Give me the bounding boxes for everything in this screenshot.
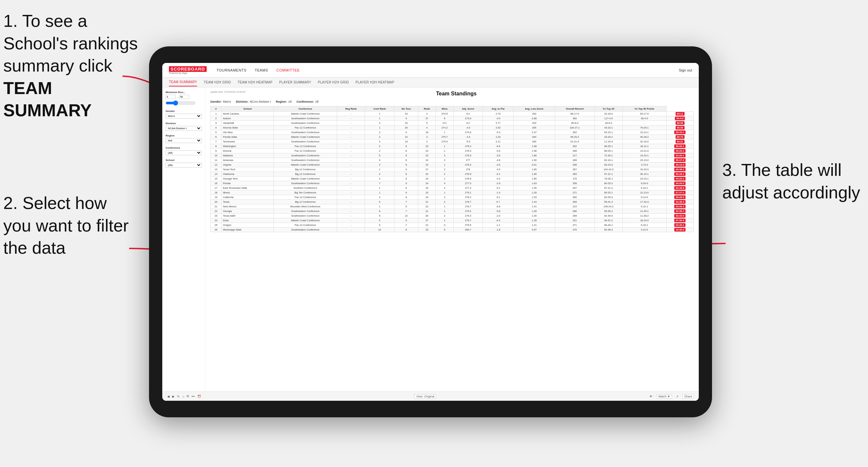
table-cell: 4 [436, 186, 453, 190]
table-cell: 1 [365, 112, 395, 116]
filter-bar-conference-value: All [315, 100, 318, 103]
table-cell: -1.1 [483, 223, 514, 227]
table-row: 24DukeAtlantic Coast Conference-59271279… [211, 218, 694, 223]
table-cell: Pac-12 Conference [274, 149, 337, 153]
table-cell: East Tennessee State [222, 186, 274, 190]
toolbar-forward-icon[interactable]: ▶ [172, 395, 175, 398]
table-cell: Southern Conference [274, 186, 337, 190]
table-cell: -4.0 [483, 163, 514, 167]
watch-btn[interactable]: Watch ▼ [656, 394, 672, 399]
table-row: 3VanderbiltSoutheastern Conference-22352… [211, 121, 694, 126]
tab-player-summary[interactable]: PLAYER SUMMARY [279, 79, 311, 86]
table-cell: 9 [395, 116, 418, 121]
table-cell: 1 [365, 116, 395, 121]
table-cell: 268 [555, 149, 595, 153]
gender-select[interactable]: Men's Women's [165, 114, 202, 119]
table-cell: -4.0 [483, 116, 514, 121]
table-cell: 2 [436, 172, 453, 177]
table-cell: Arkansas [222, 158, 274, 163]
table-cell: Ole Miss [222, 130, 274, 135]
table-cell: 12-13-0 [623, 190, 666, 195]
table-row: 25OregonPac-12 Conference-97210279.5-1.1… [211, 223, 694, 227]
tab-team-h2h-heatmap[interactable]: TEAM H2H HEATMAP [238, 79, 273, 86]
view-original-btn[interactable]: View: Original [414, 394, 436, 399]
tab-player-h2h-heatmap[interactable]: PLAYER H2H HEATMAP [356, 79, 395, 86]
table-cell: 18 [418, 130, 435, 135]
table-cell: 72-30-1 [594, 153, 622, 158]
header-left: SCOREBOARD Powered by clippi TOURNAMENTS… [169, 66, 300, 74]
filter-region-group: Region N/A All [165, 134, 202, 143]
table-cell: 7 [395, 209, 418, 214]
table-cell: 17-33-3 [623, 200, 666, 204]
table-cell: 4 [211, 126, 222, 130]
school-select[interactable]: (All) [165, 163, 202, 167]
toolbar-left: ◀ ▶ ↻ ⌂ ⧉ ••• ⏰ [167, 395, 201, 398]
toolbar-clock-icon[interactable]: ⏰ [197, 395, 201, 398]
col-conference: Conference [274, 106, 337, 112]
table-cell: 24 [418, 177, 435, 181]
table-cell: 279.7 [453, 218, 483, 223]
table-cell: 8 [395, 177, 418, 181]
tab-player-h2h-grid[interactable]: PLAYER H2H GRID [318, 79, 349, 86]
table-cell: 17-9-0 [623, 163, 666, 167]
minimum-rou-slider[interactable] [165, 100, 195, 106]
conference-select[interactable]: (All) [165, 150, 202, 155]
toolbar-refresh-icon[interactable]: ↻ [177, 395, 180, 398]
table-cell: - [337, 209, 365, 214]
region-select[interactable]: N/A All [165, 138, 202, 143]
min-rou-input[interactable] [165, 95, 176, 99]
table-cell: 18-12-1 [623, 144, 666, 149]
col-overall: Overall Record [555, 106, 595, 112]
tab-team-h2h-grid[interactable]: TEAM H2H GRID [204, 79, 231, 86]
filter-gender-label: Gender [165, 110, 202, 113]
table-cell: 9 [365, 214, 395, 218]
toolbar-home-icon[interactable]: ⌂ [183, 395, 184, 398]
table-cell: 269 [555, 200, 595, 204]
table-cell: 30-15-1 [623, 172, 666, 177]
table-cell: 79-25-1 [623, 126, 666, 130]
toolbar-bottom: ◀ ▶ ↻ ⌂ ⧉ ••• ⏰ View: Original 👁 Watch ▼… [162, 392, 699, 401]
table-cell: -4.0 [453, 126, 483, 130]
table-row: 20TexasBig 12 Conference-37212278.70.71.… [211, 200, 694, 204]
nav-tournaments[interactable]: TOURNAMENTS [217, 68, 246, 72]
toolbar-more-icon[interactable]: ••• [191, 395, 194, 398]
table-cell: 43-23-1 [594, 126, 622, 130]
table-cell: 10 [365, 227, 395, 232]
table-cell: 2 [365, 149, 395, 153]
table-cell: 279.3 [453, 214, 483, 218]
table-cell: 24 [418, 158, 435, 163]
filter-school-label: School [165, 159, 202, 162]
filter-bar-gender-label: Gender: [210, 100, 222, 103]
table-cell: 21 [418, 223, 435, 227]
toolbar-back-icon[interactable]: ◀ [167, 395, 169, 398]
sign-out-link[interactable]: Sign out [679, 68, 692, 72]
division-select[interactable]: NCAA Division I NCAA Division II NCAA Di… [165, 126, 202, 131]
table-cell: 276.3 [453, 149, 483, 153]
col-school: School [222, 106, 274, 112]
table-cell: 32-19-0 [623, 139, 666, 144]
max-rou-input[interactable] [179, 95, 189, 99]
table-cell: 1.39 [514, 218, 555, 223]
toolbar-copy-icon[interactable]: ⧉ [187, 395, 189, 398]
table-cell: 26 [395, 126, 418, 130]
table-cell: 28-25-0 [666, 195, 693, 200]
data-area: Update time: 27/03/2024 16:56:26 Team St… [205, 88, 699, 392]
filter-dash: - [177, 95, 178, 98]
table-cell: 1.41 [514, 204, 555, 209]
table-cell: 1 [365, 167, 395, 172]
col-wins: Wins [436, 106, 453, 112]
tab-team-summary[interactable]: TEAM SUMMARY [169, 78, 197, 87]
table-cell: 4 [365, 139, 395, 144]
table-cell: 1.85 [514, 177, 555, 181]
table-cell: 278.7 [453, 204, 483, 209]
table-cell: 273.6 [453, 116, 483, 121]
table-cell: 1 [436, 163, 453, 167]
nav-teams[interactable]: TEAMS [255, 68, 268, 72]
table-cell: Pac-12 Conference [274, 144, 337, 149]
table-cell: 63-15-1 [594, 130, 622, 135]
table-cell: 4 [418, 112, 435, 116]
table-cell: 104-42-3 [594, 167, 622, 172]
share-btn[interactable]: Share [683, 394, 694, 399]
sub-nav: TEAM SUMMARY TEAM H2H GRID TEAM H2H HEAT… [162, 77, 699, 88]
nav-committee[interactable]: COMMITTEE [277, 68, 300, 72]
